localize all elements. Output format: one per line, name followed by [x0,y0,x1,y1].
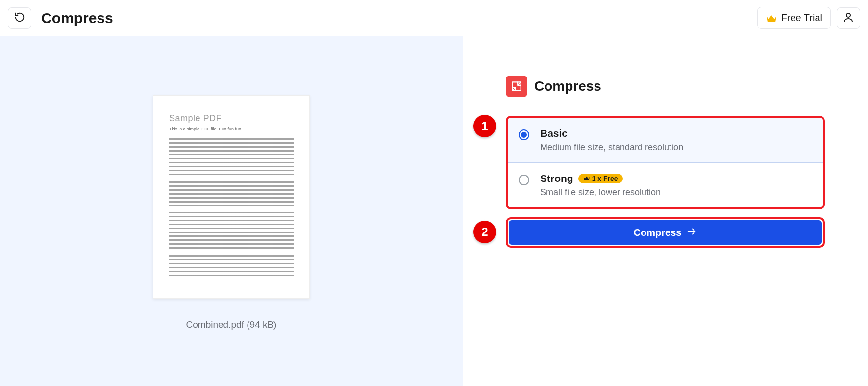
option-title: Strong [540,173,573,184]
undo-icon [14,12,25,24]
compress-button-highlight: Compress [506,217,825,248]
header-left: Compress [8,7,113,29]
free-badge: 1 x Free [578,174,623,183]
badge-text: 1 x Free [592,175,618,182]
option-strong[interactable]: Strong 1 x Free Small file size, lower r… [508,163,823,207]
user-icon [843,11,854,25]
options-panel: Compress 1 Basic Medium file size, stand… [463,36,868,386]
document-preview[interactable]: Sample PDF This is a simple PDF file. Fu… [153,95,310,299]
option-desc: Small file size, lower resolution [540,187,812,198]
account-button[interactable] [837,7,860,29]
header-right: Free Trial [757,7,860,29]
option-basic[interactable]: Basic Medium file size, standard resolut… [508,118,823,163]
compress-icon [506,76,527,97]
header: Compress Free Trial [0,0,868,36]
file-name: Combined.pdf [186,319,244,330]
option-desc: Medium file size, standard resolution [540,142,812,153]
doc-preview-paragraph [169,212,294,250]
free-trial-label: Free Trial [781,12,822,24]
compress-button[interactable]: Compress [509,220,822,245]
page-title: Compress [41,10,113,26]
file-size: (94 kB) [247,319,276,330]
crown-icon [583,175,590,182]
arrow-right-icon [686,226,697,239]
panel-header: Compress [506,76,825,97]
option-title: Basic [540,128,568,139]
back-button[interactable] [8,7,31,29]
doc-preview-paragraph [169,181,294,207]
doc-preview-paragraph [169,255,294,276]
option-text-group: Basic Medium file size, standard resolut… [540,128,812,153]
file-label: Combined.pdf (94 kB) [186,319,277,330]
doc-preview-title: Sample PDF [169,113,294,124]
doc-preview-subtitle: This is a simple PDF file. Fun fun fun. [169,127,294,131]
panel-title: Compress [534,78,601,94]
radio-basic[interactable] [519,129,529,140]
svg-point-0 [846,13,850,17]
compress-button-label: Compress [634,227,682,238]
option-text-group: Strong 1 x Free Small file size, lower r… [540,173,812,198]
preview-panel: Sample PDF This is a simple PDF file. Fu… [0,36,463,386]
free-trial-button[interactable]: Free Trial [757,7,831,29]
step-badge-2: 2 [473,221,496,243]
doc-preview-paragraph [169,138,294,177]
main: Sample PDF This is a simple PDF file. Fu… [0,36,868,386]
step-badge-1: 1 [473,115,496,137]
radio-strong[interactable] [519,175,529,185]
compression-options: Basic Medium file size, standard resolut… [506,116,825,209]
crown-icon [766,13,777,23]
